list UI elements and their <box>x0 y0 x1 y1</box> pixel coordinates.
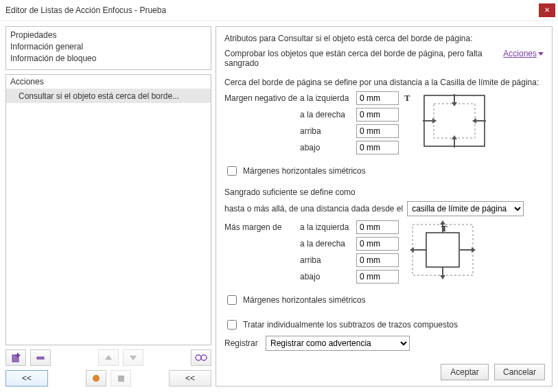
attributes-title: Atributos para Consultar si el objeto es… <box>224 34 544 43</box>
actions-list[interactable]: Consultar si el objeto está cerca del bo… <box>6 89 211 345</box>
back-label: << <box>22 373 32 383</box>
actions-panel: Acciones Consultar si el objeto está cer… <box>5 74 211 345</box>
neg-margin-lead: Margen negativo de <box>224 93 300 103</box>
neg-margin-left-input[interactable] <box>356 91 399 105</box>
svg-marker-12 <box>452 102 457 106</box>
back-button[interactable]: << <box>5 370 48 387</box>
margin-right-label2: a la derecha <box>300 239 356 249</box>
actions-link-label: Acciones <box>503 49 537 58</box>
remove-action-icon <box>36 353 45 362</box>
margin-right-label: a la derecha <box>300 110 356 119</box>
record-icon <box>93 375 100 382</box>
properties-panel: Propiedades Información general Informac… <box>5 26 211 70</box>
margin-left-label2: a la izquierda <box>300 222 356 232</box>
actions-dropdown-link[interactable]: Acciones <box>503 49 544 58</box>
more-margin-bottom-input[interactable] <box>356 270 399 284</box>
stop-button[interactable] <box>111 370 131 387</box>
inspect-button[interactable] <box>191 349 211 366</box>
ok-button[interactable]: Aceptar <box>441 364 489 380</box>
attributes-panel: Atributos para Consultar si el objeto es… <box>216 26 553 387</box>
add-action-icon <box>11 353 21 362</box>
cancel-label: Cancelar <box>503 367 536 377</box>
margin-bottom-label2: abajo <box>300 272 356 281</box>
move-down-icon <box>129 354 137 362</box>
sym-h-margins-2-label: Márgenes horizontales simétricos <box>243 295 366 305</box>
properties-header: Propiedades <box>10 30 207 41</box>
properties-item[interactable]: Información de bloqueo <box>10 53 207 65</box>
more-margin-lead: Más margen de <box>224 222 300 232</box>
sym-h-margins-2-checkbox[interactable] <box>227 295 237 305</box>
cancel-button[interactable]: Cancelar <box>494 364 545 380</box>
ok-label: Aceptar <box>450 367 478 377</box>
neg-margin-bottom-input[interactable] <box>356 141 399 154</box>
move-up-icon <box>104 354 113 362</box>
svg-marker-16 <box>432 118 437 124</box>
more-margin-left-input[interactable] <box>356 220 399 234</box>
margin-diagram-1 <box>420 91 502 159</box>
svg-rect-2 <box>16 355 21 356</box>
margin-top-label2: arriba <box>300 255 356 265</box>
add-action-button[interactable] <box>5 349 26 366</box>
sym-h-margins-1-label: Márgenes horizontales simétricos <box>243 166 366 176</box>
margin-diagram-2: T <box>408 220 491 288</box>
svg-rect-20 <box>426 233 459 267</box>
svg-point-6 <box>196 355 201 360</box>
log-label: Registrar <box>224 338 261 348</box>
treat-individually-checkbox[interactable] <box>227 320 237 330</box>
svg-marker-4 <box>105 355 112 360</box>
section-2b-prefix: hasta o más allá, de una distancia dada … <box>224 204 403 214</box>
record-button[interactable] <box>86 370 106 387</box>
chevron-down-icon <box>538 52 544 56</box>
back-button-2[interactable]: << <box>169 370 211 387</box>
svg-marker-5 <box>130 356 137 360</box>
box-select[interactable]: casilla de límite de página <box>407 201 524 216</box>
move-up-button[interactable] <box>98 349 119 366</box>
section-1-text: Cerca del borde de página se define por … <box>224 78 544 87</box>
inspect-icon <box>195 354 207 362</box>
margin-bottom-label: abajo <box>300 143 356 152</box>
properties-item[interactable]: Información general <box>10 41 207 53</box>
attributes-description: Comprobar los objetos que están cerca de… <box>224 49 498 68</box>
more-margin-right-input[interactable] <box>356 237 399 251</box>
margin-left-label: a la izquierda <box>300 93 356 103</box>
svg-marker-25 <box>440 275 445 279</box>
svg-rect-3 <box>37 357 44 359</box>
neg-margin-top-input[interactable] <box>356 124 399 138</box>
window-title: Editor de Listas de Acción Enfocus - Pru… <box>5 5 539 15</box>
more-margin-top-input[interactable] <box>356 253 399 267</box>
svg-marker-27 <box>410 247 414 253</box>
back-label: << <box>185 373 195 383</box>
remove-action-button[interactable] <box>30 349 51 366</box>
stop-icon <box>118 376 124 382</box>
svg-rect-10 <box>434 104 475 138</box>
t-marker: T <box>404 93 410 104</box>
sym-h-margins-1-checkbox[interactable] <box>227 166 237 176</box>
svg-point-7 <box>201 355 207 360</box>
neg-margin-right-input[interactable] <box>356 108 399 122</box>
action-item[interactable]: Consultar si el objeto está cerca del bo… <box>6 89 211 103</box>
treat-individually-label: Tratar individualmente los subtrazos de … <box>243 320 458 330</box>
margin-top-label: arriba <box>300 126 356 136</box>
actions-header: Acciones <box>6 75 211 89</box>
svg-marker-29 <box>472 247 476 253</box>
svg-marker-14 <box>452 135 457 139</box>
move-down-button[interactable] <box>123 349 143 366</box>
section-2a-text: Sangrado suficiente se define como <box>224 187 544 197</box>
svg-marker-18 <box>472 118 476 124</box>
close-button[interactable]: ✕ <box>539 3 555 17</box>
log-select[interactable]: Registrar como advertencia <box>266 336 410 351</box>
svg-marker-23 <box>440 220 445 224</box>
